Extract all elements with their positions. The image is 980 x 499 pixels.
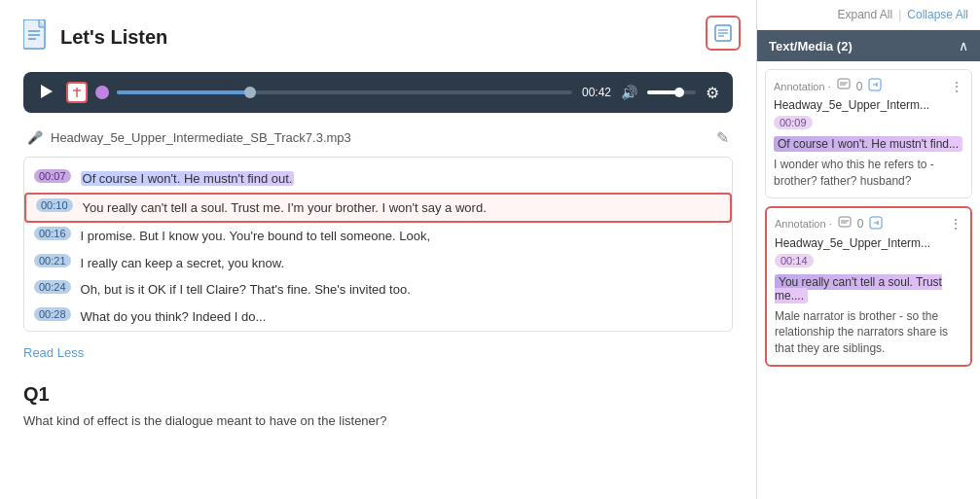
q1-label: Q1: [23, 383, 733, 406]
progress-fill: [117, 90, 253, 94]
page-header: Let's Listen: [23, 19, 733, 54]
annotation-meta: Annotation · 0: [775, 216, 883, 232]
annotation-card-header: Annotation · 0: [774, 78, 963, 94]
transcript-row-selected[interactable]: 00:10 You really can't tell a soul. Trus…: [24, 193, 732, 224]
page-icon: [23, 19, 51, 54]
main-content: Let's Listen: [0, 0, 756, 499]
q1-text: What kind of effect is the dialogue mean…: [23, 413, 733, 428]
play-button[interactable]: [37, 83, 56, 102]
timestamp-badge: 00:21: [34, 254, 71, 267]
transcript-text: You really can't tell a soul. Trust me. …: [83, 198, 487, 218]
sidebar: Expand All | Collapse All Text/Media (2)…: [756, 0, 980, 499]
volume-track[interactable]: [647, 90, 696, 94]
annotation-quote: Of course I won't. He mustn't find...: [774, 136, 962, 152]
volume-fill: [647, 90, 676, 94]
file-bar: 🎤 Headway_5e_Upper_Intermediate_SB_Track…: [23, 123, 733, 153]
mic-icon: 🎤: [27, 130, 43, 145]
time-display: 00:42: [582, 86, 611, 99]
annotation-timestamp: 00:14: [775, 254, 814, 267]
transcript-text: I promise. But I know you. You're bound …: [81, 227, 430, 246]
svg-marker-8: [41, 85, 53, 98]
annotation-quote: You really can't tell a soul. Trust me..…: [775, 274, 942, 303]
sidebar-toolbar: Expand All | Collapse All: [757, 0, 980, 30]
collapse-icon[interactable]: ∧: [959, 38, 968, 53]
marker-button[interactable]: [66, 82, 88, 103]
annotation-text-label: Annotation ·: [775, 218, 832, 230]
volume-thumb: [674, 88, 684, 97]
progress-track[interactable]: [117, 90, 572, 94]
annotation-count: 0: [856, 80, 863, 93]
annotation-icon: [837, 78, 851, 94]
svg-rect-11: [838, 79, 850, 89]
timestamp-badge: 00:24: [34, 280, 71, 294]
timestamp-badge: 00:28: [34, 307, 71, 321]
progress-container: [66, 82, 572, 103]
transcript-text: Oh, but is it OK if I tell Claire? That'…: [81, 280, 411, 300]
svg-rect-15: [839, 217, 851, 227]
audio-player: 00:42 🔊 ⚙: [23, 72, 733, 113]
sidebar-header: Text/Media (2) ∧: [757, 30, 980, 61]
timestamp-badge: 00:16: [34, 227, 71, 240]
annotation-link-icon: [868, 78, 882, 94]
filename: Headway_5e_Upper_Intermediate_SB_Track7.…: [51, 130, 351, 145]
transcript-text: Of course I won't. He mustn't find out.: [81, 169, 295, 189]
transcript-row[interactable]: 00:16 I promise. But I know you. You're …: [24, 223, 732, 250]
transcript-text: What do you think? Indeed I do...: [81, 307, 267, 327]
sticky-note-button[interactable]: [706, 16, 741, 51]
timestamp-badge: 00:07: [34, 169, 71, 183]
annotation-card[interactable]: Annotation · 0: [765, 69, 972, 198]
highlighted-text: Of course I won't. He mustn't find out.: [81, 171, 295, 186]
expand-all-link[interactable]: Expand All: [837, 8, 892, 21]
transcript-row[interactable]: 00:07 Of course I won't. He mustn't find…: [24, 165, 732, 193]
read-less-link[interactable]: Read Less: [23, 345, 84, 360]
edit-icon[interactable]: ✎: [716, 128, 729, 147]
annotation-timestamp: 00:09: [774, 116, 813, 129]
file-info: 🎤 Headway_5e_Upper_Intermediate_SB_Track…: [27, 130, 351, 145]
transcript-row[interactable]: 00:21 I really can keep a secret, you kn…: [24, 250, 732, 277]
annotation-filename: Headway_5e_Upper_Interm...: [774, 98, 963, 112]
transcript-text: I really can keep a secret, you know.: [81, 254, 285, 273]
annotation-menu-button[interactable]: ⋮: [950, 79, 963, 94]
annotation-note: Male narrator is brother - so the relati…: [775, 308, 962, 357]
collapse-all-link[interactable]: Collapse All: [907, 8, 968, 21]
page-title: Let's Listen: [60, 26, 167, 49]
volume-icon[interactable]: 🔊: [621, 85, 637, 100]
annotation-count: 0: [857, 217, 864, 231]
annotation-card-selected[interactable]: Annotation · 0: [765, 206, 972, 367]
annotation-icon: [838, 216, 852, 232]
transcript-row[interactable]: 00:24 Oh, but is it OK if I tell Claire?…: [24, 276, 732, 303]
annotations-list: Annotation · 0: [757, 61, 980, 499]
progress-thumb: [244, 87, 256, 98]
annotation-card-header: Annotation · 0: [775, 216, 962, 232]
q1-section: Q1 What kind of effect is the dialogue m…: [23, 383, 733, 428]
toolbar-divider: |: [898, 8, 901, 21]
sidebar-header-title: Text/Media (2): [769, 39, 853, 53]
marker-dot[interactable]: [95, 86, 109, 99]
settings-icon[interactable]: ⚙: [706, 84, 719, 102]
timestamp-badge: 00:10: [36, 198, 73, 212]
transcript-row[interactable]: 00:28 What do you think? Indeed I do...: [24, 303, 732, 331]
annotation-meta: Annotation · 0: [774, 78, 882, 94]
annotation-link-icon: [869, 216, 883, 232]
annotation-text-label: Annotation ·: [774, 81, 831, 92]
annotation-menu-button[interactable]: ⋮: [949, 216, 962, 232]
annotation-filename: Headway_5e_Upper_Interm...: [775, 236, 962, 250]
annotation-note: I wonder who this he refers to - brother…: [774, 157, 963, 190]
transcript-area: 00:07 Of course I won't. He mustn't find…: [23, 157, 733, 332]
